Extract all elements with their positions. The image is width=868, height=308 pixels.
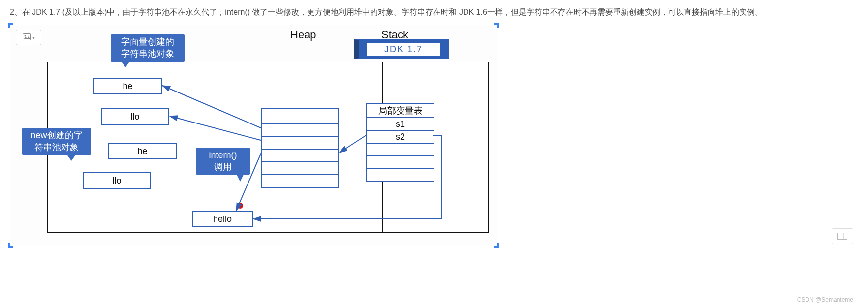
pool-row [262, 123, 338, 136]
jdk-version-badge: JDK 1.7 [354, 39, 449, 59]
svg-rect-6 [838, 233, 847, 240]
pool-row [262, 161, 338, 174]
local-variable-table: 局部变量表 s1 s2 [366, 103, 434, 182]
string-object-he-2: he [108, 143, 177, 159]
callout-new: new创建的字符串池对象 [22, 128, 91, 155]
stack-row [367, 168, 434, 181]
jdk-version-text: JDK 1.7 [367, 43, 440, 56]
heap-label: Heap [290, 29, 316, 41]
svg-point-1 [24, 35, 26, 36]
callout-literal: 字面量创建的 字符串池对象 [111, 34, 185, 62]
string-object-llo-2: llo [83, 172, 151, 189]
pool-row [262, 136, 338, 149]
pool-row [262, 174, 338, 187]
columns-icon [837, 233, 847, 240]
stack-row: s1 [367, 117, 434, 130]
string-object-he: he [93, 78, 162, 94]
pool-row [262, 149, 338, 161]
string-pool-table [261, 108, 339, 188]
stack-row: s2 [367, 130, 434, 143]
stack-row [367, 143, 434, 155]
stack-label: Stack [381, 29, 408, 41]
string-object-llo: llo [101, 108, 169, 125]
diagram-canvas: ▾ JDK 1.7 Heap Stack he llo he llo hello… [10, 25, 497, 246]
callout-intern: intern() 调用 [196, 148, 250, 175]
layout-toggle-button[interactable] [832, 228, 853, 244]
chevron-down-icon: ▾ [32, 35, 35, 40]
image-options-button[interactable]: ▾ [16, 30, 41, 45]
stack-table-title: 局部变量表 [367, 104, 434, 117]
description-paragraph: 2、在 JDK 1.7 (及以上版本)中，由于字符串池不在永久代了，intern… [10, 5, 858, 20]
string-object-hello: hello [192, 211, 253, 227]
image-icon [23, 33, 31, 42]
stack-row [367, 155, 434, 168]
pool-row [262, 109, 338, 123]
image-selection-frame[interactable]: ▾ JDK 1.7 Heap Stack he llo he llo hello… [10, 25, 497, 246]
